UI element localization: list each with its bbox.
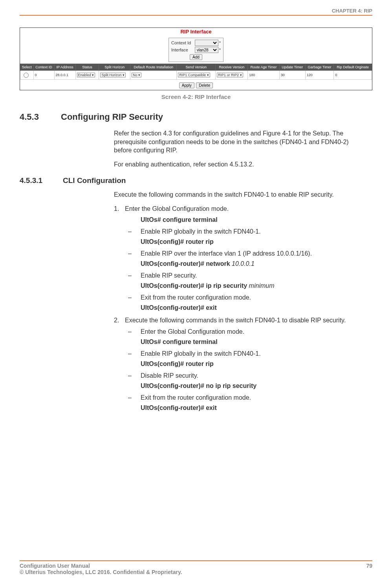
figure-box: RIP Interface Context Id * Interface vla… bbox=[20, 27, 372, 90]
dash-marker: – bbox=[128, 250, 141, 257]
row-select-radio[interactable] bbox=[24, 73, 29, 78]
section-number: 4.5.3 bbox=[20, 112, 61, 122]
dash-marker: – bbox=[128, 294, 141, 301]
page-number: 79 bbox=[366, 563, 372, 575]
dash-marker: – bbox=[128, 328, 141, 335]
sub-item: – Exit from the router configuration mod… bbox=[128, 294, 365, 301]
list-item: 2. Execute the following commands in the… bbox=[114, 316, 365, 325]
sub-text: Exit from the router configuration mode. bbox=[141, 294, 365, 301]
col-receive-version: Receive Version bbox=[216, 64, 248, 71]
sub-text: Enable RIP globally in the switch FDN40-… bbox=[141, 228, 365, 235]
list-marker: 1. bbox=[114, 205, 125, 213]
cell-context-id: 0 bbox=[33, 71, 54, 80]
cell-ip-address: 28.0.0.1 bbox=[54, 71, 75, 80]
context-id-select[interactable] bbox=[195, 40, 218, 46]
sub-text: Enable RIP security. bbox=[141, 272, 365, 279]
sub-text: Enable RIP globally in the switch FDN40-… bbox=[141, 350, 365, 357]
subsection-heading: 4.5.3.1 CLI Configuration bbox=[20, 176, 372, 185]
sub-text: Enter the Global Configuration mode. bbox=[141, 328, 365, 335]
context-id-label: Context Id bbox=[171, 40, 195, 45]
body-text: For enabling authentication, refer secti… bbox=[114, 160, 361, 169]
dash-marker: – bbox=[128, 394, 141, 401]
cell-receive-version-select[interactable]: RIP1 or RIP2 ▾ bbox=[217, 73, 243, 77]
subsection-title: CLI Configuration bbox=[63, 176, 126, 185]
add-button[interactable]: Add bbox=[190, 54, 202, 60]
cell-send-version-select[interactable]: RIP1 Compatible ▾ bbox=[178, 73, 210, 77]
list-text: Execute the following commands in the sw… bbox=[125, 316, 365, 325]
interface-select[interactable]: vlan28 bbox=[195, 47, 218, 53]
col-rip-default: Rip Default Orginate bbox=[334, 64, 372, 71]
col-send-version: Send Version bbox=[177, 64, 216, 71]
chapter-header: CHAPTER 4: RIP bbox=[20, 8, 372, 16]
command-line: UltOs(config-router)# ip rip security mi… bbox=[141, 282, 365, 289]
dash-marker: – bbox=[128, 372, 141, 379]
col-status: Status bbox=[75, 64, 99, 71]
col-garbage-timer: Garbage Timer bbox=[305, 64, 334, 71]
page-footer: Configuration User Manual © Ulterius Tec… bbox=[20, 560, 372, 575]
list-item: 1. Enter the Global Configuration mode. bbox=[114, 205, 365, 213]
dash-marker: – bbox=[128, 228, 141, 235]
figure-title: RIP Interface bbox=[20, 28, 372, 35]
body-text: Execute the following commands in the sw… bbox=[114, 190, 361, 199]
form-panel: Context Id * Interface vlan28 * Add bbox=[20, 35, 372, 64]
cell-garbage-timer: 120 bbox=[305, 71, 334, 80]
dash-marker: – bbox=[128, 350, 141, 357]
delete-button[interactable]: Delete bbox=[196, 82, 213, 88]
col-ip-address: IP Address bbox=[54, 64, 75, 71]
required-mark: * bbox=[219, 48, 221, 52]
command-line: UltOs(config)# router rip bbox=[141, 238, 365, 245]
cell-status-select[interactable]: Enabled ▾ bbox=[77, 73, 95, 77]
section-title: Configuring RIP Security bbox=[61, 112, 163, 122]
sub-text: Enable RIP over the interface vlan 1 (IP… bbox=[141, 250, 365, 257]
col-context-id: Context ID bbox=[33, 64, 54, 71]
cell-split-horizon-select[interactable]: Split Horizon ▾ bbox=[100, 73, 126, 77]
cell-update-timer: 30 bbox=[279, 71, 305, 80]
sub-item: – Disable RIP security. bbox=[128, 372, 365, 379]
col-update-timer: Update Timer bbox=[279, 64, 305, 71]
subsection-number: 4.5.3.1 bbox=[20, 176, 63, 185]
command-line: UltOs(config)# router rip bbox=[141, 360, 365, 368]
rip-interface-table: Select Context ID IP Address Status Spli… bbox=[20, 64, 372, 80]
sub-item: – Enable RIP security. bbox=[128, 272, 365, 279]
command-line: UltOs# configure terminal bbox=[141, 216, 365, 223]
command-line: UltOs# configure terminal bbox=[141, 338, 365, 346]
section-heading: 4.5.3 Configuring RIP Security bbox=[20, 112, 372, 122]
command-line: UltOs(config-router)# no ip rip security bbox=[141, 382, 365, 390]
cell-route-age: 180 bbox=[248, 71, 279, 80]
sub-item: – Enable RIP globally in the switch FDN4… bbox=[128, 350, 365, 357]
apply-button[interactable]: Apply bbox=[179, 82, 194, 88]
cell-rip-default: 0 bbox=[334, 71, 372, 80]
cell-default-route-select[interactable]: No ▾ bbox=[132, 73, 141, 77]
table-row: 0 28.0.0.1 Enabled ▾ Split Horizon ▾ No … bbox=[20, 71, 372, 80]
list-marker: 2. bbox=[114, 316, 125, 325]
sub-text: Disable RIP security. bbox=[141, 372, 365, 379]
interface-label: Interface bbox=[171, 48, 195, 52]
command-line: UltOs(config-router)# network 10.0.0.1 bbox=[141, 260, 365, 267]
dash-marker: – bbox=[128, 272, 141, 279]
col-select: Select bbox=[20, 64, 34, 71]
footer-manual-title: Configuration User Manual bbox=[20, 563, 182, 569]
list-text: Enter the Global Configuration mode. bbox=[125, 205, 365, 213]
sub-text: Exit from the router configuration mode. bbox=[141, 394, 365, 401]
required-mark: * bbox=[219, 41, 221, 45]
sub-item: – Enable RIP globally in the switch FDN4… bbox=[128, 228, 365, 235]
sub-item: – Exit from the router configuration mod… bbox=[128, 394, 365, 401]
col-split-horizon: Split Horizon bbox=[99, 64, 130, 71]
footer-copyright: © Ulterius Technologies, LLC 2016. Confi… bbox=[20, 569, 182, 575]
sub-item: – Enter the Global Configuration mode. bbox=[128, 328, 365, 335]
body-text: Refer the section 4.3 for configuration … bbox=[114, 129, 361, 155]
sub-item: – Enable RIP over the interface vlan 1 (… bbox=[128, 250, 365, 257]
col-default-route: Default Route Installation bbox=[130, 64, 177, 71]
command-line: UltOs(config-router)# exit bbox=[141, 404, 365, 411]
col-route-age: Route Age Timer bbox=[248, 64, 279, 71]
command-line: UltOs(config-router)# exit bbox=[141, 304, 365, 311]
figure-caption: Screen 4-2: RIP Interface bbox=[20, 93, 372, 100]
